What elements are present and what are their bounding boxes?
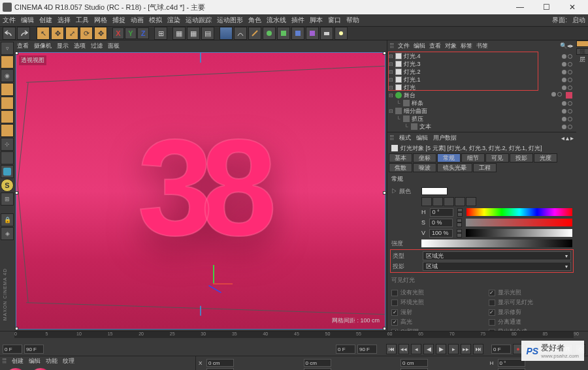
hue-slider[interactable]	[466, 208, 573, 216]
tl-end1[interactable]: 90 F	[24, 345, 44, 354]
v-input[interactable]: 100 %	[429, 229, 453, 238]
tree-item[interactable]: ⊟舞台	[389, 91, 575, 99]
menu-render[interactable]: 渲染	[167, 16, 180, 25]
menu-tools[interactable]: 工具	[76, 16, 89, 25]
tab-coord[interactable]: 坐标	[413, 153, 436, 162]
am-edit[interactable]: 编辑	[416, 134, 428, 142]
sel-handle[interactable]	[15, 327, 18, 330]
color-picker-icon[interactable]	[421, 197, 432, 206]
x-axis-toggle[interactable]: X	[112, 27, 124, 39]
edge-mode[interactable]	[1, 110, 14, 123]
check-显示可见灯光[interactable]: 显示可见灯光	[489, 298, 573, 307]
environment-tool[interactable]	[306, 27, 319, 40]
nav-back[interactable]: ◂	[561, 134, 564, 142]
axis-gizmo[interactable]	[208, 264, 234, 290]
goto-end[interactable]: ⏭	[473, 344, 483, 354]
camera-tool[interactable]	[320, 27, 333, 40]
om-view[interactable]: 查看	[429, 42, 441, 50]
color-label[interactable]: ▷ 颜色	[391, 187, 417, 196]
h-spinner[interactable]	[457, 208, 463, 217]
om-tags[interactable]: 标签	[461, 42, 472, 50]
play-back[interactable]: ◀	[423, 344, 434, 354]
tree-item[interactable]: ⊟细分曲面	[389, 107, 575, 115]
snap-toggle[interactable]: S	[1, 179, 14, 192]
om-bookmarks[interactable]: 书签	[476, 42, 488, 50]
v-spinner[interactable]	[457, 229, 462, 238]
intensity-slider[interactable]	[421, 239, 572, 247]
menu-mograph[interactable]: 运动图形	[217, 16, 243, 25]
z-axis-toggle[interactable]: Z	[137, 27, 149, 39]
point-mode[interactable]	[1, 97, 14, 110]
scale-tool[interactable]: ⤢	[65, 27, 78, 40]
s-input[interactable]: 0 %	[429, 219, 453, 227]
val-slider[interactable]	[466, 229, 572, 237]
check-分离通道[interactable]: 分离通道	[489, 318, 573, 326]
nav-tool[interactable]: ◈	[1, 227, 14, 240]
model-mode[interactable]	[1, 55, 14, 69]
tab-lensflare[interactable]: 镜头光晕	[437, 163, 472, 172]
prev-frame[interactable]: ◂	[411, 344, 421, 354]
tree-item[interactable]: ⊟灯光.2	[389, 68, 575, 76]
tree-item[interactable]: ⊟灯光.4	[389, 52, 575, 60]
mat-func[interactable]: 功能	[46, 357, 57, 365]
menu-select[interactable]: 选择	[57, 16, 71, 25]
sat-slider[interactable]	[466, 219, 572, 226]
cube-primitive[interactable]	[220, 27, 233, 40]
texture-mode[interactable]: ◉	[1, 69, 14, 82]
generator-tool[interactable]	[263, 27, 276, 40]
nav-up[interactable]: ▴	[566, 134, 569, 142]
deformer-tool[interactable]	[291, 27, 304, 40]
tl-start2[interactable]: 0 F	[336, 345, 355, 354]
color-sliders-icon[interactable]	[444, 197, 454, 206]
menu-snap[interactable]: 捕捉	[112, 16, 125, 25]
mat-edit[interactable]: 编辑	[29, 357, 41, 365]
vp-display[interactable]: 显示	[57, 42, 69, 50]
rotate-tool[interactable]: ⟳	[80, 27, 93, 40]
render-settings[interactable]: ▤	[201, 27, 214, 40]
vp-cameras[interactable]: 摄像机	[34, 42, 52, 50]
check-高光[interactable]: ✓高光	[391, 318, 476, 326]
am-userdata[interactable]: 用户数据	[433, 134, 457, 142]
vp-panel[interactable]: 面板	[108, 42, 120, 50]
tl-end2[interactable]: 90 F	[357, 345, 377, 354]
tab-details[interactable]: 细节	[461, 153, 485, 162]
undo-button[interactable]	[3, 27, 16, 40]
check-环境光照[interactable]: 环境光照	[391, 298, 476, 307]
om-objects[interactable]: 对象	[445, 42, 457, 50]
minimize-button[interactable]: —	[507, 1, 533, 14]
spline-tool[interactable]	[234, 27, 247, 40]
layout-dropdown[interactable]: 启动	[572, 16, 585, 25]
vp-view[interactable]: 查看	[17, 42, 29, 50]
timeline[interactable]: 051015202530354045505560657075808590	[0, 331, 588, 343]
color-swatches-icon[interactable]	[455, 197, 465, 206]
render-view[interactable]: ▦	[172, 27, 186, 40]
tab-project[interactable]: 工程	[473, 163, 497, 172]
tab-general[interactable]: 常规	[437, 153, 461, 162]
tree-item[interactable]: └样条	[389, 99, 575, 107]
last-tool[interactable]: ✥	[94, 27, 107, 40]
tab-visibility[interactable]: 可见	[485, 153, 509, 162]
spline-pen[interactable]	[248, 27, 261, 40]
menu-anim[interactable]: 动画	[131, 16, 144, 25]
prev-key[interactable]: ◂◂	[399, 344, 409, 354]
shadow-dropdown[interactable]: 区域	[423, 262, 571, 271]
lock-tool[interactable]: 🔒	[1, 213, 14, 226]
am-mode[interactable]: 模式	[399, 134, 411, 142]
render-pv[interactable]: ▦	[187, 27, 200, 40]
check-显示修剪[interactable]: ✓显示修剪	[489, 308, 573, 316]
coord-X0[interactable]: 0 cm	[206, 359, 234, 367]
tree-item[interactable]: ⊟灯光	[389, 84, 575, 91]
color-swatch[interactable]	[421, 187, 448, 195]
sel-handle[interactable]	[383, 52, 386, 55]
color-eyedropper-icon[interactable]	[466, 197, 476, 206]
s-spinner[interactable]	[457, 219, 462, 227]
tab-shadow[interactable]: 投影	[510, 153, 533, 162]
coord-system[interactable]: ⊞	[154, 27, 167, 40]
type-dropdown[interactable]: 区域光	[423, 251, 571, 260]
om-file[interactable]: 文件	[398, 42, 410, 50]
tweak-mode[interactable]	[1, 165, 14, 178]
h-input[interactable]: 0 °	[430, 208, 453, 217]
next-key[interactable]: ▸▸	[461, 344, 471, 354]
nav-fwd[interactable]: ▸	[570, 134, 574, 142]
color-wheel-icon[interactable]	[433, 197, 443, 206]
